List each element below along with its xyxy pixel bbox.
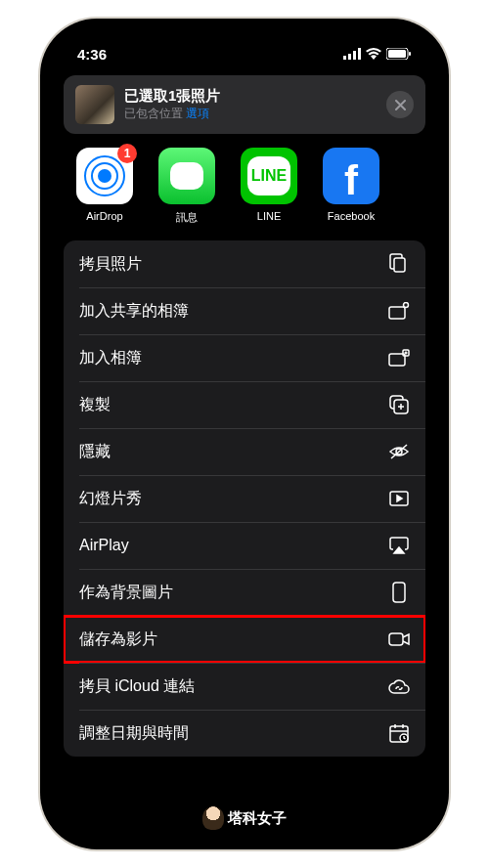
screen: 4:36 已選取1張照片 已包含位置 選項: [54, 32, 435, 836]
action-label: 調整日期與時間: [79, 723, 189, 744]
svg-rect-2: [353, 51, 356, 60]
photo-thumbnail[interactable]: [75, 85, 114, 124]
line-icon: LINE: [241, 148, 297, 204]
app-label: AirDrop: [86, 210, 122, 222]
header-subtitle: 已包含位置 選項: [124, 106, 377, 122]
watermark-icon: [202, 806, 224, 830]
album-icon: [388, 347, 410, 369]
action-adjust-date[interactable]: 調整日期與時間: [64, 710, 425, 757]
location-included-label: 已包含位置: [124, 107, 183, 120]
notch: [156, 32, 333, 60]
action-shared-album[interactable]: 加入共享的相簿: [64, 287, 425, 334]
phone-frame: 4:36 已選取1張照片 已包含位置 選項: [40, 19, 449, 849]
action-label: 加入共享的相簿: [79, 301, 189, 322]
svg-rect-1: [348, 54, 351, 60]
battery-icon: [386, 48, 412, 60]
action-hide[interactable]: 隱藏: [64, 428, 425, 475]
app-label: LINE: [257, 210, 281, 222]
svg-rect-17: [389, 633, 403, 645]
facebook-icon: f: [323, 148, 379, 204]
duplicate-icon: [388, 394, 410, 415]
action-list: 拷貝照片 加入共享的相簿 加入相簿 複製 隱藏: [64, 240, 425, 757]
video-icon: [388, 629, 410, 650]
action-label: 複製: [79, 395, 111, 415]
badge: 1: [117, 144, 137, 163]
status-right: [343, 48, 412, 60]
svg-rect-6: [409, 52, 411, 56]
share-sheet: 已選取1張照片 已包含位置 選項 1 AirDrop: [54, 75, 435, 757]
apps-row[interactable]: 1 AirDrop 訊息 LINE LINE: [64, 148, 425, 240]
status-time: 4:36: [77, 46, 107, 63]
action-slideshow[interactable]: 幻燈片秀: [64, 475, 425, 522]
action-label: 拷貝 iCloud 連結: [79, 676, 195, 697]
header-text: 已選取1張照片 已包含位置 選項: [124, 87, 377, 122]
action-label: AirPlay: [79, 537, 129, 554]
app-airdrop[interactable]: 1 AirDrop: [73, 148, 136, 225]
svg-rect-0: [343, 56, 346, 60]
signal-icon: [343, 48, 361, 60]
svg-rect-8: [389, 307, 405, 319]
app-label: Facebook: [328, 210, 375, 222]
play-icon: [388, 488, 410, 509]
calendar-icon: [388, 722, 410, 744]
hide-icon: [388, 441, 410, 462]
action-label: 隱藏: [79, 442, 111, 462]
close-button[interactable]: [386, 91, 414, 118]
svg-rect-5: [388, 50, 406, 58]
svg-point-9: [404, 303, 409, 308]
svg-rect-7: [394, 258, 405, 272]
action-save-as-video[interactable]: 儲存為影片: [64, 616, 425, 663]
svg-rect-3: [358, 48, 361, 60]
action-label: 加入相簿: [79, 348, 142, 369]
wifi-icon: [366, 48, 381, 60]
svg-rect-16: [393, 583, 405, 602]
wallpaper-icon: [388, 582, 410, 603]
action-label: 儲存為影片: [79, 629, 157, 650]
options-link[interactable]: 選項: [186, 107, 209, 120]
action-add-album[interactable]: 加入相簿: [64, 334, 425, 381]
action-duplicate[interactable]: 複製: [64, 381, 425, 428]
app-line[interactable]: LINE LINE: [238, 148, 300, 225]
action-copy-photo[interactable]: 拷貝照片: [64, 240, 425, 287]
svg-line-14: [391, 445, 407, 458]
action-copy-icloud-link[interactable]: 拷貝 iCloud 連結: [64, 663, 425, 710]
action-wallpaper[interactable]: 作為背景圖片: [64, 569, 425, 616]
close-icon: [395, 100, 406, 110]
action-label: 拷貝照片: [79, 254, 142, 275]
cloud-icon: [388, 675, 410, 697]
airplay-icon: [388, 535, 410, 556]
messages-icon: [158, 148, 215, 204]
copy-icon: [388, 253, 410, 275]
app-facebook[interactable]: f Facebook: [320, 148, 382, 225]
app-label: 訊息: [176, 210, 198, 225]
watermark-text: 塔科女子: [228, 809, 287, 828]
share-header: 已選取1張照片 已包含位置 選項: [64, 75, 425, 134]
app-messages[interactable]: 訊息: [156, 148, 218, 225]
airdrop-icon: 1: [76, 148, 133, 204]
header-title: 已選取1張照片: [124, 87, 377, 106]
action-label: 作為背景圖片: [79, 583, 173, 603]
shared-album-icon: [388, 300, 410, 322]
action-label: 幻燈片秀: [79, 489, 142, 509]
action-airplay[interactable]: AirPlay: [64, 522, 425, 569]
watermark: 塔科女子: [202, 806, 287, 830]
